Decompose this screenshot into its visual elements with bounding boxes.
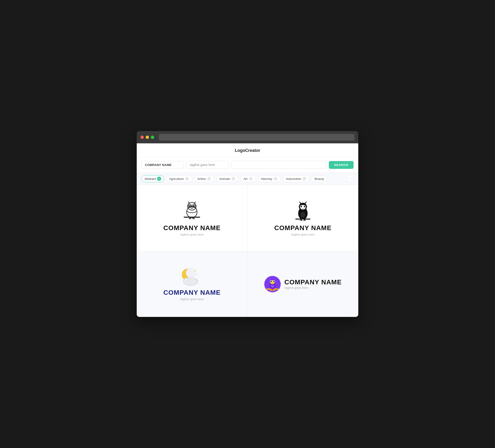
search-bar: SEARCH: [137, 157, 358, 173]
filter-check-airline: ✓: [207, 177, 211, 181]
filter-check-attorney: ✓: [274, 177, 278, 181]
colorful-owl-icon: [264, 276, 281, 292]
minimize-button[interactable]: [146, 136, 149, 139]
filter-label-beauty: Beauty: [315, 177, 324, 181]
tagline-input[interactable]: [186, 161, 229, 169]
logo-tagline-2: tagline goes here: [274, 233, 332, 236]
app-content: LogoCreator SEARCH Abstract ✓ Agricultur…: [137, 143, 358, 317]
filter-label-airline: Airline: [197, 177, 206, 181]
logo-company-4: COMPANY NAME: [285, 279, 342, 286]
svg-point-55: [271, 281, 271, 281]
logo-card-moon-cloud[interactable]: ✦ ✦ ·: [137, 251, 248, 317]
filter-check-animals: ✓: [231, 177, 235, 181]
browser-window: LogoCreator SEARCH Abstract ✓ Agricultur…: [137, 131, 358, 317]
svg-marker-3: [188, 201, 190, 203]
industry-input[interactable]: [231, 161, 327, 169]
logo-tagline-1: tagline goes here: [163, 233, 221, 236]
logo-company-3: COMPANY NAME: [163, 289, 221, 296]
svg-point-66: [271, 285, 272, 286]
svg-point-22: [301, 206, 302, 207]
filter-label-automotive: Automotive: [286, 177, 301, 181]
owl-solid-icon: [274, 200, 332, 222]
filter-check-automotive: ✓: [302, 177, 306, 181]
filter-label-art: Art: [244, 177, 248, 181]
moon-cloud-icon: ✦ ✦ ·: [163, 267, 221, 286]
search-button[interactable]: SEARCH: [329, 161, 354, 169]
maximize-button[interactable]: [151, 136, 154, 139]
logo-tagline-3: tagline goes here: [163, 297, 221, 301]
filter-label-attorney: Attorney: [261, 177, 272, 181]
filter-check-abstract: ✓: [157, 177, 161, 181]
filter-chip-art[interactable]: Art ✓: [240, 175, 256, 182]
svg-marker-19: [304, 201, 307, 203]
svg-point-68: [272, 286, 273, 287]
logo-card-owl-outline[interactable]: COMPANY NAME tagline goes here: [137, 185, 248, 251]
filter-chip-abstract[interactable]: Abstract ✓: [141, 175, 164, 182]
svg-point-58: [274, 281, 274, 281]
filter-label-animals: Animals: [219, 177, 230, 181]
close-button[interactable]: [140, 136, 144, 139]
logo-company-1: COMPANY NAME: [163, 224, 221, 232]
svg-point-24: [304, 206, 305, 207]
owl-outline-icon: [163, 200, 221, 222]
logo-content-2: COMPANY NAME tagline goes here: [274, 200, 332, 236]
logo-grid: COMPANY NAME tagline goes here: [137, 185, 358, 317]
browser-titlebar: [137, 131, 358, 143]
address-bar[interactable]: [159, 134, 355, 140]
logo-content-4: COMPANY NAME tagline goes here: [264, 276, 342, 292]
logo-company-2: COMPANY NAME: [274, 224, 332, 232]
svg-point-8: [193, 205, 195, 207]
svg-point-67: [273, 285, 274, 286]
logo-text-inline-4: COMPANY NAME tagline goes here: [285, 279, 342, 290]
filter-chip-agriculture[interactable]: Agriculture ✓: [166, 175, 192, 182]
logo-tagline-4: tagline goes here: [285, 286, 342, 290]
logo-card-owl-solid[interactable]: COMPANY NAME tagline goes here: [248, 185, 358, 251]
filter-chip-airline[interactable]: Airline ✓: [194, 175, 214, 182]
svg-point-33: [301, 212, 305, 218]
svg-point-6: [189, 205, 191, 207]
app-title: LogoCreator: [235, 148, 260, 153]
filter-chip-attorney[interactable]: Attorney ✓: [258, 175, 281, 182]
svg-rect-26: [295, 219, 310, 220]
svg-text:✦: ✦: [194, 269, 196, 273]
svg-text:✦: ✦: [196, 274, 197, 276]
filter-chip-animals[interactable]: Animals ✓: [216, 175, 239, 182]
filter-bar: Abstract ✓ Agriculture ✓ Airline ✓ Anima…: [137, 173, 358, 185]
svg-point-45: [184, 278, 191, 284]
logo-content-1: COMPANY NAME tagline goes here: [163, 200, 221, 236]
svg-marker-18: [299, 201, 302, 203]
svg-marker-9: [191, 208, 193, 209]
filter-check-agriculture: ✓: [185, 177, 189, 181]
logo-content-3: ✦ ✦ ·: [163, 267, 221, 301]
svg-marker-4: [194, 201, 196, 203]
svg-point-54: [270, 281, 272, 282]
filter-label-abstract: Abstract: [144, 177, 156, 181]
company-name-input[interactable]: [141, 161, 184, 169]
svg-point-57: [273, 281, 275, 282]
filter-next-arrow[interactable]: →: [347, 175, 354, 182]
svg-text:·: ·: [192, 274, 193, 277]
filter-check-art: ✓: [249, 177, 253, 181]
filter-chip-beauty[interactable]: Beauty: [311, 176, 327, 182]
filter-chip-automotive[interactable]: Automotive ✓: [283, 175, 309, 182]
filter-label-agriculture: Agriculture: [169, 177, 184, 181]
app-header: LogoCreator: [137, 143, 358, 157]
logo-card-colorful-owl[interactable]: COMPANY NAME tagline goes here: [248, 251, 358, 317]
